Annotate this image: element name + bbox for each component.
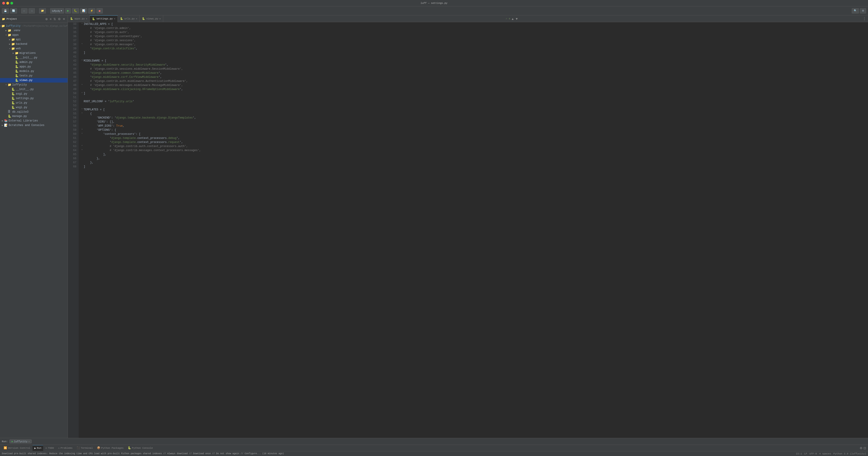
tree-item-scratches[interactable]: ▶ 📝 Scratches and Consoles [0,123,68,127]
fold-gutter-55[interactable]: ▾ [81,112,84,115]
tree-item-tests[interactable]: ▶ 🐍 tests.py [0,74,68,78]
tab-settings-icon: 🐍 [92,18,95,20]
run-button[interactable]: ▶ [65,8,71,13]
tree-item-web-init[interactable]: ▶ 🐍 __init__.py [0,55,68,60]
sync-button[interactable]: 🔄 [10,8,17,13]
tab-views-py[interactable]: 🐍 views.py ✕ [140,16,163,22]
tree-item-migrations[interactable]: ▶ 📁 migrations [0,51,68,55]
fold-gutter-41 [81,55,84,58]
sidebar-settings-btn[interactable]: ⚙ [57,17,61,21]
sidebar-locate-btn[interactable]: ⊕ [45,17,49,21]
run-config-btn[interactable]: luffycity ▾ [50,8,64,13]
tree-item-web[interactable]: ▾ 📁 web [0,46,68,51]
search-button[interactable]: 🔍 [852,8,859,13]
sidebar-close-btn[interactable]: ✕ [62,17,66,21]
tree-item-ext-libs[interactable]: ▶ 📚 External Libraries [0,118,68,123]
bottom-tab-python-console[interactable]: 🐍 Python Console [126,445,155,451]
bottom-tab-run[interactable]: ▶ Run [33,445,43,451]
tabs-menu[interactable]: ⋮ [863,17,868,21]
run-chip-close[interactable]: ✕ [28,440,30,443]
python-packages-icon: 📦 [97,446,100,450]
bottom-tabs-settings[interactable]: ⚙ [860,446,863,450]
tree-item-models[interactable]: ▶ 🐍 models.py [0,69,68,74]
project-label-btn[interactable]: 📁 [39,8,46,13]
tree-icon-db: 🗄 [8,110,11,114]
nav-down-btn[interactable]: ▼ [515,17,518,21]
debug-button[interactable]: 🐛 [72,8,79,13]
tree-item-asgi[interactable]: ▶ 🐍 asgi.py [0,92,68,96]
fold-gutter-50[interactable]: ▾ [81,91,84,94]
save-button[interactable]: 💾 [2,8,9,13]
tree-item-views[interactable]: ▶ 🐍 views.py [0,78,68,83]
bottom-tab-terminal[interactable]: ⬛ Terminal [75,445,95,451]
tab-views-close[interactable]: ✕ [159,18,161,20]
tab-apps-close[interactable]: ✕ [86,18,87,20]
tree-item-apps-py[interactable]: ▶ 🐍 apps.py [0,64,68,69]
tree-item-luffycity-pkg[interactable]: ▾ 📁 luffycity [0,83,68,87]
fold-gutter-48[interactable]: ▾ [81,83,84,86]
forward-button[interactable]: → [29,8,35,13]
code-text-45: 'django.middleware.common.CommonMiddlewa… [84,71,162,75]
run-chip[interactable]: ▶ luffycity ✕ [9,439,32,443]
coverage-button[interactable]: 📊 [80,8,87,13]
tab-urls-close[interactable]: ✕ [136,18,137,20]
status-encoding: UTF-8 [809,452,817,455]
bottom-tabs-right: ⚙ ⊡ [860,446,866,450]
sidebar-sort-btn[interactable]: ⇅ [53,17,57,21]
tree-item-admin[interactable]: ▶ 🐍 admin.py [0,60,68,64]
maximize-button[interactable] [10,2,13,4]
bottom-tab-todo[interactable]: ☑ TODO [43,445,56,451]
tree-item-wsgi[interactable]: ▶ 🐍 wsgi.py [0,105,68,110]
settings-button[interactable]: ⚙ [860,8,866,13]
tree-item-api[interactable]: ▶ 📁 api [0,37,68,42]
nav-up-btn[interactable]: ▲ [511,17,514,21]
fold-gutter-42[interactable]: ▾ [81,59,84,62]
stop-button[interactable]: ⏹ [96,8,103,13]
tree-item-apps[interactable]: ▾ 📁 apps [0,33,68,37]
bottom-tabs-layout[interactable]: ⊡ [864,446,866,450]
tree-item-manage[interactable]: ▶ 🐍 manage.py [0,114,68,118]
fold-gutter-63[interactable]: ▾ [81,144,84,147]
bottom-tab-python-packages[interactable]: 📦 Python Packages [95,445,125,451]
tree-icon-views: 🐍 [15,79,19,82]
fold-gutter-43 [81,63,84,66]
fold-gutter-61 [81,136,84,139]
minimize-button[interactable] [6,2,9,4]
bottom-tab-problems[interactable]: ⚠ Problems [56,445,74,451]
profile-button[interactable]: ⚡ [88,8,95,13]
tree-item-backend[interactable]: ▶ 📁 backend [0,42,68,46]
code-text-39: 'django.contrib.staticfiles', [84,47,137,51]
tree-item-lc-init[interactable]: ▶ 🐍 __init__.py [0,87,68,92]
tab-urls-py[interactable]: 🐍 urls.py ✕ [118,16,140,22]
tree-label-scratches: Scratches and Consoles [8,124,44,127]
line-numbers: 3334353637383940414243444546474849505152… [68,22,79,438]
editor-area: 🐍 apps.py ✕ 🐍 settings.py ✕ 🐍 urls.py ✕ … [68,16,868,438]
tab-settings-close[interactable]: ✕ [114,18,115,20]
tree-item-root[interactable]: ▾ 📁 luffycity ~/PycharmProjects/5x_djang… [0,24,68,28]
fold-gutter-64[interactable]: ▾ [81,148,84,151]
bottom-tab-version-control[interactable]: 🔀 Version Control [2,445,32,451]
code-text-52: ROOT_URLCONF = 'luffycity.urls' [84,99,134,104]
tree-item-venv[interactable]: ▶ 📁 .venv [0,28,68,33]
fold-gutter-59[interactable]: ▾ [81,128,84,131]
fold-gutter-54[interactable]: ▾ [81,108,84,111]
tab-apps-py[interactable]: 🐍 apps.py ✕ [68,16,90,22]
fold-gutter-53 [81,104,84,107]
code-line-55: ▾ { [81,112,868,116]
code-text-56: 'BACKEND': 'django.template.backends.dja… [84,116,196,120]
fold-gutter-60[interactable]: ▾ [81,132,84,135]
sidebar-collapse-btn[interactable]: ≡ [49,17,52,21]
traffic-lights[interactable] [2,2,13,4]
sidebar-title: Project [6,18,17,20]
tree-item-settings[interactable]: ▶ 🐍 settings.py [0,96,68,101]
tree-item-urls[interactable]: ▶ 🐍 urls.py [0,101,68,105]
fold-gutter-45 [81,71,84,74]
back-button[interactable]: ← [21,8,28,13]
tree-item-db[interactable]: ▶ 🗄 db.sqlite3 [0,110,68,114]
fold-gutter-38[interactable]: ▾ [81,42,84,46]
tab-settings-py[interactable]: 🐍 settings.py ✕ [90,16,118,22]
code-content[interactable]: ▾INSTALLED_APPS = [ # 'django.contrib.ad… [79,22,868,438]
fold-gutter-49 [81,87,84,90]
close-button[interactable] [2,2,5,4]
fold-gutter-33[interactable]: ▾ [81,22,84,25]
